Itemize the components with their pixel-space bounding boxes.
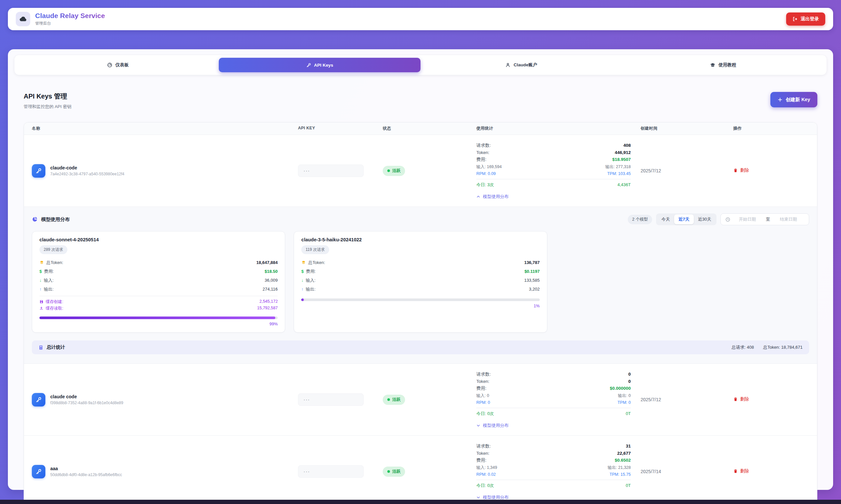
output-value: 274,116	[262, 287, 278, 291]
delete-button[interactable]: 删除	[733, 396, 749, 402]
api-key-cell: ···	[298, 393, 383, 406]
model-count-badge: 2 个模型	[628, 215, 652, 224]
delete-button[interactable]: 删除	[733, 468, 749, 474]
chevron-up-icon	[476, 195, 480, 199]
clock-icon	[725, 217, 730, 222]
api-key-cell: ···	[298, 164, 383, 177]
trash-icon	[733, 469, 738, 473]
key-tile	[32, 393, 45, 407]
coins-icon	[39, 260, 44, 265]
created-date: 2025/7/12	[631, 397, 729, 402]
key-name-cell: claude code f398d8b8-7352-4a88-9a1f-6b1e…	[32, 393, 298, 407]
output-label: 输出:	[306, 286, 316, 292]
key-icon	[35, 397, 42, 403]
api-key-masked[interactable]: ···	[298, 465, 364, 478]
model-usage-toggle[interactable]: 模型使用分布	[476, 194, 509, 200]
output-value: 输出: 277,318	[606, 164, 631, 170]
page-head: API Keys 管理 管理和监控您的 API 密钥 创建新 Key	[24, 92, 817, 110]
actions-cell: 删除	[729, 468, 809, 475]
logout-button[interactable]: 退出登录	[786, 13, 825, 25]
logout-label: 退出登录	[801, 16, 819, 22]
api-key-cell: ···	[298, 465, 383, 478]
api-key-masked[interactable]: ···	[298, 164, 364, 177]
output-label: 输出:	[44, 286, 54, 292]
model-usage-toggle-label: 模型使用分布	[483, 194, 509, 200]
trash-icon	[733, 168, 738, 173]
tab-tutorial[interactable]: 使用教程	[622, 58, 824, 72]
cache-read-label: 缓存读取:	[46, 306, 63, 311]
today-requests: 今日: 0次	[476, 411, 494, 417]
actions-cell: 删除	[729, 396, 809, 403]
coins-icon	[301, 260, 306, 265]
output-value: 3,202	[529, 287, 540, 291]
cost-label: 费用:	[476, 157, 487, 163]
filter-last30[interactable]: 近30天	[694, 214, 716, 224]
chevron-down-icon	[476, 424, 480, 428]
delete-label: 删除	[740, 396, 749, 402]
arrow-down-icon: ↓	[301, 278, 303, 283]
usage-percent: 99%	[39, 322, 278, 326]
model-card: claude-sonnet-4-20250514 289 次请求 总Token:…	[32, 231, 285, 332]
today-tokens: 0T	[626, 483, 631, 488]
date-start-input[interactable]: 开始日期	[732, 216, 763, 222]
input-value: 133,585	[524, 278, 540, 283]
key-name-cell: aaa 50dd6db8-4df0-4d8e-a12b-95afb6e6fbcc	[32, 465, 298, 479]
model-requests-badge: 119 次请求	[301, 245, 329, 254]
token-label: Token:	[476, 451, 490, 456]
requests-value: 0	[628, 372, 631, 377]
cache-create-label: 缓存创建:	[46, 299, 63, 305]
tab-bar: 仪表板 API Keys Claude账户 使用教程	[15, 55, 826, 75]
app-subtitle: 管理后台	[35, 21, 105, 26]
table-header: 名称 API KEY 状态 使用统计 创建时间 操作	[24, 123, 817, 135]
create-key-label: 创建新 Key	[786, 96, 810, 103]
actions-cell: 删除	[729, 167, 809, 174]
status-cell: 活跃	[383, 467, 476, 477]
status-dot-icon	[387, 398, 390, 401]
output-value: 输出: 0	[618, 393, 631, 399]
cost-value: $0.000000	[610, 386, 631, 391]
model-usage-toggle[interactable]: 模型使用分布	[476, 422, 509, 429]
filter-last7[interactable]: 近7天	[674, 214, 694, 224]
date-range-picker[interactable]: 开始日期 至 结束日期	[720, 213, 809, 225]
api-key-masked[interactable]: ···	[298, 393, 364, 406]
bottom-strip	[0, 500, 841, 504]
table-row: aaa 50dd6db8-4df0-4d8e-a12b-95afb6e6fbcc…	[24, 436, 817, 504]
tpm-value: TPM: 0	[618, 400, 631, 405]
usage-stats: 请求数:31 Token:22,677 费用:$0.6502 输入: 1,349…	[476, 442, 631, 501]
col-api-key: API KEY	[298, 126, 383, 131]
tab-tutorial-label: 使用教程	[718, 62, 736, 68]
requests-value: 31	[626, 444, 631, 449]
status-badge: 活跃	[383, 166, 405, 176]
created-date: 2025/7/14	[631, 469, 729, 474]
today-requests: 今日: 3次	[476, 182, 494, 188]
cost-value: $18.50	[265, 269, 278, 274]
status-label: 活跃	[392, 397, 401, 402]
status-badge: 活跃	[383, 395, 405, 405]
tpm-value: TPM: 15.75	[609, 472, 631, 477]
today-tokens: 0T	[626, 411, 631, 416]
delete-label: 删除	[740, 468, 749, 474]
token-label: Token:	[476, 150, 490, 155]
filter-today[interactable]: 今天	[657, 214, 674, 224]
tab-dashboard[interactable]: 仪表板	[17, 58, 219, 72]
total-requests: 总请求: 408	[732, 344, 754, 350]
today-tokens: 4,436T	[618, 182, 631, 187]
arrow-down-icon: ↓	[39, 278, 42, 283]
tab-claude-account[interactable]: Claude账户	[421, 58, 622, 72]
requests-value: 408	[623, 143, 631, 148]
total-token-label: 总Token:	[46, 260, 63, 266]
total-token-label: 总Token:	[308, 260, 325, 266]
status-dot-icon	[387, 169, 390, 172]
date-end-input[interactable]: 结束日期	[773, 216, 804, 222]
pie-chart-icon	[32, 216, 38, 222]
status-cell: 活跃	[383, 166, 476, 176]
create-key-button[interactable]: 创建新 Key	[770, 92, 817, 107]
tab-api-keys[interactable]: API Keys	[219, 58, 421, 72]
input-label: 输入:	[44, 277, 54, 283]
col-created: 创建时间	[631, 126, 729, 131]
col-name: 名称	[32, 126, 298, 131]
key-tile	[32, 164, 45, 178]
key-id: f398d8b8-7352-4a88-9a1f-6b1e0c4d8e89	[50, 400, 123, 405]
chevron-down-icon	[476, 496, 480, 499]
delete-button[interactable]: 删除	[733, 167, 749, 173]
